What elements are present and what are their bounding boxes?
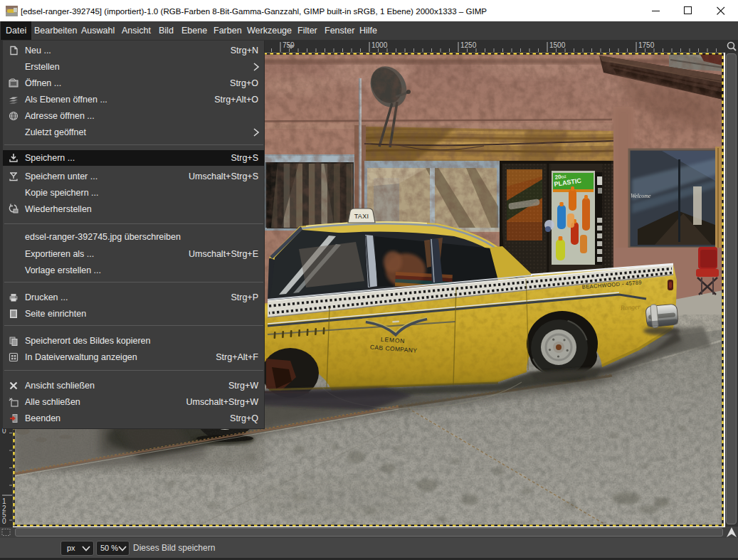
svg-text:TAXI: TAXI <box>354 213 369 220</box>
svg-text:Welcome: Welcome <box>631 193 651 199</box>
svg-text:1000: 1000 <box>371 41 388 49</box>
svg-text:1500: 1500 <box>549 41 566 49</box>
svg-text:0: 0 <box>2 517 6 525</box>
svg-text:1750: 1750 <box>638 41 655 49</box>
svg-text:Ranger: Ranger <box>619 303 641 312</box>
svg-text:1250: 1250 <box>460 41 477 49</box>
